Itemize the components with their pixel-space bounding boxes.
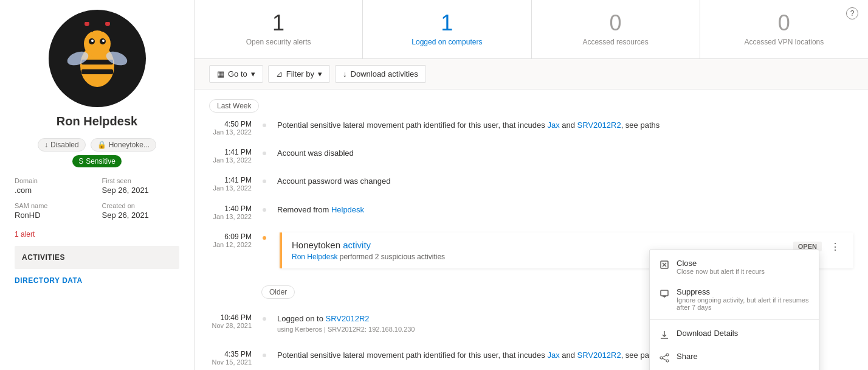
close-icon (660, 260, 669, 270)
down-arrow-icon: ↓ (44, 141, 48, 149)
activities-section[interactable]: ACTIVITIES (15, 246, 179, 269)
svg-point-3 (84, 30, 111, 57)
svg-point-22 (666, 354, 669, 356)
sidebar: Ron Helpdesk ↓ Disabled 🔒 Honeytoke... S… (0, 0, 195, 370)
filter-button[interactable]: ⊿ Filter by ▾ (268, 65, 330, 83)
download-details-menu-item[interactable]: Download Details (650, 323, 819, 346)
timeline-dot (261, 122, 267, 128)
close-menu-text: Close Close now but alert if it recurs (677, 259, 765, 275)
alert-desc: Ron Helpdesk performed 2 suspicious acti… (292, 253, 445, 261)
srv2012r2-link[interactable]: SRV2012R2 (577, 120, 621, 130)
jax-link-2[interactable]: Jax (547, 351, 559, 360)
timeline-content: Account password was changed (277, 176, 853, 192)
svg-point-7 (102, 40, 105, 42)
goto-chevron-icon: ▾ (251, 69, 255, 79)
alert-title: Honeytoken activity (292, 240, 445, 250)
svg-point-23 (660, 357, 663, 359)
goto-button[interactable]: ▦ Go to ▾ (209, 65, 263, 83)
help-button[interactable]: ? (846, 7, 858, 19)
timeline-time: 1:40 PM Jan 13, 2022 (209, 204, 252, 220)
svg-rect-1 (81, 60, 113, 65)
badge-row-1: ↓ Disabled 🔒 Honeytoke... (38, 138, 156, 152)
suppress-menu-text: Suppress Ignore ongoing activity, but al… (677, 287, 809, 311)
badges-container: ↓ Disabled 🔒 Honeytoke... S Sensitive (0, 138, 194, 167)
stat-open-alerts[interactable]: 1 Open security alerts (195, 0, 363, 58)
timeline-dot (261, 207, 267, 213)
ron-helpdesk-link[interactable]: Ron Helpdesk (292, 253, 337, 261)
download-details-menu-text: Download Details (677, 329, 738, 338)
stat-number-alerts: 1 (209, 12, 348, 34)
alert-count: 1 alert (0, 229, 194, 239)
older-label: Older (261, 285, 295, 299)
timeline-time: 1:41 PM Jan 13, 2022 (209, 148, 252, 164)
download-icon: ↓ (343, 69, 347, 79)
week-label: Last Week (209, 99, 259, 113)
more-options-button[interactable]: ⋮ (827, 240, 844, 254)
svg-rect-17 (661, 290, 668, 296)
sam-name-field: SAM name RonHD (15, 202, 92, 220)
toolbar: ▦ Go to ▾ ⊿ Filter by ▾ ↓ Download activ… (195, 59, 868, 89)
share-menu-text: Share (677, 352, 698, 361)
stat-accessed-resources[interactable]: 0 Accessed resources (532, 0, 700, 58)
timeline-item: 4:50 PM Jan 13, 2022 Potential sensitive… (209, 120, 853, 136)
share-menu-item[interactable]: Share (650, 346, 819, 369)
lock-icon: 🔒 (97, 141, 106, 149)
alert-card-body: Honeytoken activity Ron Helpdesk perform… (292, 240, 445, 261)
stat-label-alerts: Open security alerts (209, 38, 348, 46)
timeline-time: 4:35 PM Nov 15, 2021 (209, 350, 252, 366)
s-icon: S (78, 157, 83, 166)
timeline-time: 1:41 PM Jan 13, 2022 (209, 176, 252, 192)
alert-timeline-dot (261, 235, 267, 241)
stat-label-computers[interactable]: Logged on computers (377, 38, 516, 46)
svg-point-6 (91, 40, 94, 42)
filter-chevron-icon: ▾ (318, 69, 322, 79)
download-button[interactable]: ↓ Download activities (335, 65, 426, 83)
timeline-time: 4:50 PM Jan 13, 2022 (209, 120, 252, 136)
stat-vpn-locations[interactable]: 0 Accessed VPN locations (700, 0, 868, 58)
disabled-badge: ↓ Disabled (38, 138, 86, 152)
close-menu-item[interactable]: Close Close now but alert if it recurs (650, 253, 819, 281)
jax-link[interactable]: Jax (547, 120, 559, 130)
menu-divider-1 (650, 319, 819, 320)
svg-line-25 (663, 355, 666, 357)
helpdesk-link[interactable]: Helpdesk (331, 205, 364, 214)
suppress-icon (660, 288, 669, 298)
stat-label-vpn: Accessed VPN locations (715, 38, 853, 46)
user-name: Ron Helpdesk (57, 114, 137, 128)
domain-field: Domain .com (15, 177, 92, 195)
created-on-field: Created on Sep 26, 2021 (102, 202, 180, 220)
timeline-content: Removed from Helpdesk (277, 204, 853, 220)
stat-number-vpn: 0 (715, 12, 853, 34)
stat-logged-computers[interactable]: 1 Logged on computers (363, 0, 531, 58)
timeline-dot (261, 150, 267, 156)
context-menu: Close Close now but alert if it recurs S… (649, 250, 819, 370)
filter-icon: ⊿ (276, 69, 283, 79)
svg-point-24 (666, 360, 669, 362)
timeline-content: Account was disabled (277, 148, 853, 164)
share-icon (660, 353, 669, 363)
timeline-time: 6:09 PM Jan 12, 2022 (209, 232, 252, 273)
timeline-item: 1:41 PM Jan 13, 2022 Account password wa… (209, 176, 853, 192)
stat-number-computers: 1 (377, 12, 516, 34)
timeline-item: 1:41 PM Jan 13, 2022 Account was disable… (209, 148, 853, 164)
timeline-dot (261, 352, 267, 358)
suppress-menu-item[interactable]: Suppress Ignore ongoing activity, but al… (650, 281, 819, 317)
timeline-dot (261, 178, 267, 184)
honeytoke-badge: 🔒 Honeytoke... (91, 138, 156, 152)
timeline-content: Potential sensitive lateral movement pat… (277, 120, 853, 136)
calendar-icon: ▦ (217, 69, 224, 79)
meta-grid: Domain .com First seen Sep 26, 2021 SAM … (0, 177, 194, 220)
timeline-item: 1:40 PM Jan 13, 2022 Removed from Helpde… (209, 204, 853, 220)
first-seen-field: First seen Sep 26, 2021 (102, 177, 180, 195)
srv2012r2-link-2[interactable]: SRV2012R2 (326, 314, 370, 323)
stats-bar: 1 Open security alerts 1 Logged on compu… (195, 0, 868, 59)
timeline-dot (261, 316, 267, 322)
srv2012r2-link-3[interactable]: SRV2012R2 (577, 351, 621, 360)
svg-line-26 (663, 358, 666, 360)
sensitive-badge: S Sensitive (72, 155, 122, 167)
directory-data-section[interactable]: DIRECTORY DATA (0, 276, 194, 285)
stat-number-resources: 0 (546, 12, 685, 34)
badge-row-2: S Sensitive (72, 155, 122, 167)
avatar (49, 10, 146, 107)
stat-label-resources: Accessed resources (546, 38, 685, 46)
